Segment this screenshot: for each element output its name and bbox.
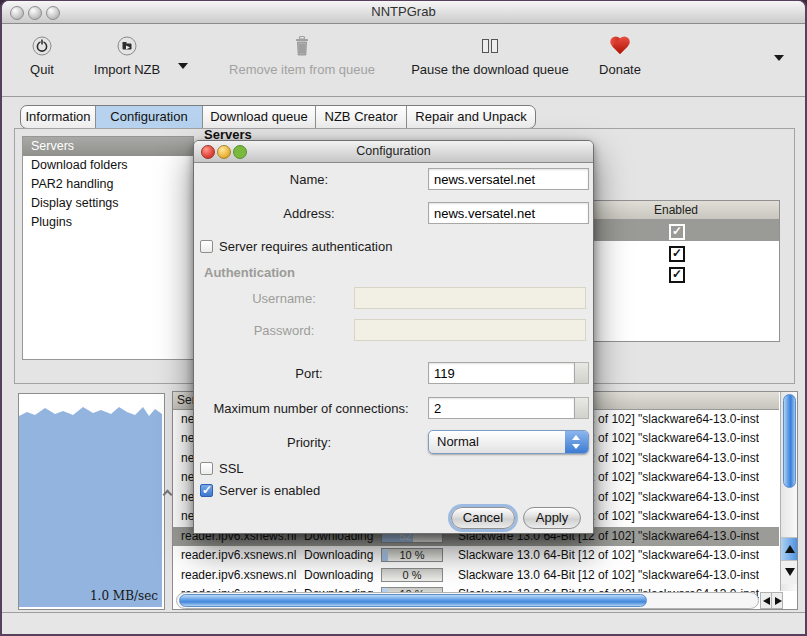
vertical-scrollbar[interactable]	[780, 392, 798, 591]
max-connections-field[interactable]	[428, 397, 575, 419]
address-field[interactable]	[428, 202, 589, 224]
password-label: Password:	[224, 323, 344, 338]
trash-icon	[214, 31, 390, 61]
dropdown-stepper-icon	[565, 431, 588, 453]
sidebar-item-par2-handling[interactable]: PAR2 handling	[23, 175, 193, 194]
username-field	[354, 287, 586, 309]
apply-button[interactable]: Apply	[523, 507, 581, 529]
server-enabled-checkbox[interactable]: ✓	[669, 224, 685, 240]
title-bar[interactable]: NNTPGrab	[2, 1, 805, 24]
tab-download-queue[interactable]: Download queue	[203, 106, 316, 128]
sidebar-item-plugins[interactable]: Plugins	[23, 213, 193, 232]
vertical-scrollbar-thumb[interactable]	[783, 394, 796, 488]
quit-button[interactable]: Quit	[14, 31, 70, 89]
ssl-label: SSL	[219, 461, 244, 476]
port-field[interactable]	[428, 362, 575, 384]
import-nzb-dropdown-icon[interactable]	[178, 63, 188, 69]
password-field	[354, 319, 586, 341]
toolbar-overflow-icon[interactable]	[774, 55, 784, 61]
tab-configuration[interactable]: Configuration	[96, 106, 203, 128]
tab-nzb-creator[interactable]: NZB Creator	[316, 106, 407, 128]
app-window: NNTPGrab Quit	[0, 0, 807, 636]
progress-bar: 10 %	[381, 548, 443, 562]
priority-value: Normal	[437, 434, 479, 449]
server-enabled-checkbox[interactable]: ✓	[669, 267, 685, 283]
queue-row[interactable]: reader.ipv6.xsnews.nlDownloading 0 % Sla…	[173, 566, 779, 585]
server-enabled-checkbox[interactable]: ✓	[669, 246, 685, 262]
server-enabled-label: Server is enabled	[219, 483, 320, 498]
configuration-dialog: Configuration Name: Address: Server requ…	[193, 140, 594, 534]
progress-bar: 0 %	[381, 568, 443, 582]
max-connections-spinner[interactable]	[575, 397, 589, 419]
requires-auth-label: Server requires authentication	[219, 239, 392, 254]
dialog-title-bar[interactable]: Configuration	[194, 141, 593, 163]
speed-graph: 1.0 MB/sec	[18, 393, 165, 610]
window-title: NNTPGrab	[2, 4, 805, 19]
scroll-right-button[interactable]	[771, 592, 783, 609]
speed-graph-area	[19, 394, 162, 607]
heart-icon	[588, 31, 652, 61]
status-bar	[2, 612, 805, 634]
server-enabled-checkbox[interactable]	[200, 484, 213, 497]
sidebar-item-servers[interactable]: Servers	[23, 137, 193, 156]
sidebar-item-download-folders[interactable]: Download folders	[23, 156, 193, 175]
scroll-up-button[interactable]	[781, 537, 798, 561]
cancel-button[interactable]: Cancel	[451, 507, 515, 529]
import-nzb-button[interactable]: Import NZB	[86, 31, 168, 89]
donate-button[interactable]: Donate	[588, 31, 652, 89]
speed-label: 1.0 MB/sec	[90, 589, 158, 603]
authentication-section-label: Authentication	[204, 265, 295, 280]
requires-auth-checkbox[interactable]	[200, 240, 213, 253]
tab-repair-unpack[interactable]: Repair and Unpack	[407, 106, 535, 128]
pane-scroll-up-icon[interactable]	[163, 489, 171, 497]
import-nzb-icon	[86, 31, 168, 61]
username-label: Username:	[224, 291, 344, 306]
pause-queue-button[interactable]: Pause the download queue	[400, 31, 580, 89]
address-label: Address:	[194, 206, 424, 221]
name-field[interactable]	[428, 168, 589, 190]
horizontal-scrollbar[interactable]	[176, 592, 759, 609]
remove-item-button[interactable]: Remove item from queue	[214, 31, 390, 89]
priority-dropdown[interactable]: Normal	[428, 430, 589, 454]
port-label: Port:	[194, 366, 424, 381]
settings-category-list: Servers Download folders PAR2 handling D…	[22, 136, 194, 360]
name-label: Name:	[194, 172, 424, 187]
priority-label: Priority:	[194, 435, 424, 450]
enabled-column-header: Enabled	[631, 203, 721, 217]
toolbar: Quit Import NZB	[2, 23, 805, 97]
pause-icon	[400, 31, 580, 61]
dialog-title: Configuration	[194, 144, 593, 158]
sidebar-item-display-settings[interactable]: Display settings	[23, 194, 193, 213]
power-icon	[14, 31, 70, 61]
horizontal-scrollbar-thumb[interactable]	[179, 594, 647, 607]
tab-bar: Information Configuration Download queue…	[20, 105, 536, 129]
tab-information[interactable]: Information	[21, 106, 96, 128]
scroll-down-button[interactable]	[781, 560, 798, 584]
queue-row[interactable]: reader.ipv6.xsnews.nlDownloading 10 % Sl…	[173, 546, 779, 565]
port-spinner[interactable]	[575, 362, 589, 384]
ssl-checkbox[interactable]	[200, 462, 213, 475]
max-connections-label: Maximum number of connections:	[196, 401, 426, 416]
